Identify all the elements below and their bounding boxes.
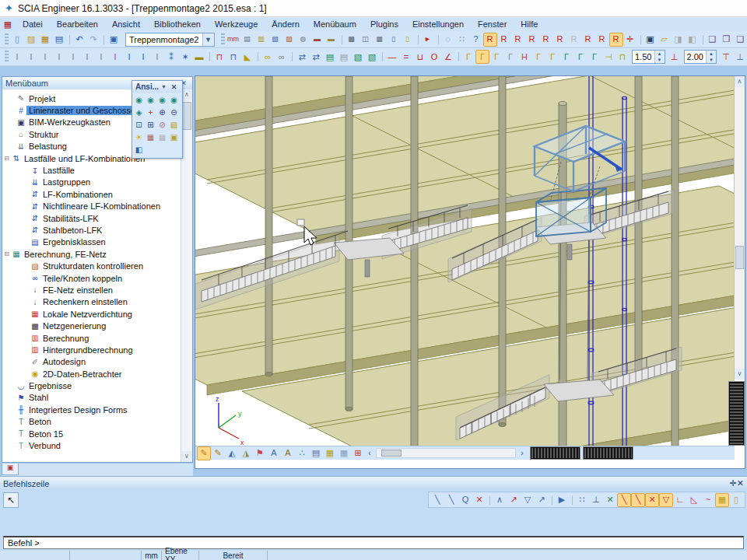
project-combo[interactable]: Treppenmontage2 ▼	[125, 33, 215, 47]
view-params1-icon[interactable]: ▦	[323, 446, 337, 460]
snap-vector-icon[interactable]: ↗	[535, 493, 549, 507]
tree-item-2d-daten-betrachter[interactable]: ◉ 2D-Daten-Betrachter	[2, 368, 181, 380]
view-z-icon[interactable]: ◉	[156, 94, 168, 107]
tree-item-rechenkern[interactable]: ↓ Rechenkern einstellen	[2, 296, 181, 308]
select-add-icon[interactable]: R	[595, 33, 609, 47]
view-palette[interactable]: Ansi... ▼ ✕ ◉ ◉ ◉ ◉ ◈ + ⊕ ⊖ ⊡	[132, 80, 183, 159]
minimized-panel-vertical[interactable]	[729, 382, 744, 445]
open-project-icon[interactable]: ▨	[24, 33, 38, 47]
tree-item-stahl[interactable]: ⚑ Stahl	[2, 392, 181, 404]
tree-item-beton[interactable]: T Beton	[2, 416, 181, 428]
spin-down-icon[interactable]: ▼	[707, 57, 716, 63]
select-column-icon[interactable]: R	[609, 33, 623, 47]
pin-icon[interactable]: ✛	[730, 478, 737, 488]
render-hidden-icon[interactable]: ✎	[211, 446, 225, 460]
model-viewport[interactable]: z y x ∧ ∨ ✎ ✎ ◭ ◮	[195, 75, 745, 469]
document-add-icon[interactable]: ▯	[387, 33, 401, 47]
support-corner5-icon[interactable]: Γ	[531, 50, 545, 64]
scroll-right-icon[interactable]: ›	[517, 449, 527, 457]
view-3d-icon[interactable]: ◧	[133, 144, 145, 156]
view-y-icon[interactable]: ◉	[145, 94, 156, 107]
spin-down-icon[interactable]: ▼	[655, 57, 665, 63]
snap-node-icon[interactable]: ∧	[493, 493, 507, 507]
command-panel-header[interactable]: Befehlszeile ✛ ✕	[0, 477, 747, 490]
select-beams-icon[interactable]: R	[497, 33, 511, 47]
toolbar-grip[interactable]	[5, 33, 9, 46]
zoom-window-icon[interactable]: ⊡	[133, 119, 145, 131]
light-icon[interactable]: ☀	[133, 131, 145, 144]
snap-tangent-icon[interactable]: ◺	[687, 493, 701, 507]
pad-icon[interactable]: ▬	[192, 50, 206, 64]
menu-datei[interactable]: Datei	[16, 19, 50, 30]
pane-right-icon[interactable]: ◧	[686, 33, 700, 47]
truss-icon[interactable]: I	[52, 50, 66, 64]
menu-ansicht[interactable]: Ansicht	[105, 19, 147, 30]
snap-perp-icon[interactable]: ∟	[673, 493, 687, 507]
view-2d-icon[interactable]: ▣	[168, 131, 180, 144]
internal-node-icon[interactable]: I	[136, 50, 150, 64]
scroll-thumb[interactable]	[381, 450, 402, 457]
save-all-icon[interactable]: ▦	[38, 33, 52, 47]
cross-section-icon[interactable]: ⊓	[212, 50, 226, 64]
view-axo-icon[interactable]: ◉	[168, 94, 180, 107]
group-folder1-icon[interactable]: ❑	[706, 33, 720, 47]
snap-end-active-icon[interactable]: ╲	[617, 493, 631, 507]
named-selection-icon[interactable]: ▧	[268, 33, 282, 47]
grid-snap-icon[interactable]: ∷	[575, 493, 589, 507]
tree-tab-icon[interactable]: ▣	[2, 464, 19, 475]
select-dimensions-icon[interactable]: R	[553, 33, 567, 47]
hinge-symbol-icon[interactable]: ⊤	[719, 50, 733, 64]
snap-delete-icon[interactable]: ✕	[472, 493, 486, 507]
levels-icon[interactable]: ⚑	[253, 446, 267, 460]
catalog-gray-icon[interactable]: ▤	[337, 50, 351, 64]
tree-item-stabilitaets-lfk[interactable]: ⇵ Stabilitäts-LFK	[2, 212, 181, 224]
menu-aendern[interactable]: Ändern	[265, 19, 306, 30]
beam-icon[interactable]: I	[10, 50, 24, 64]
toolbar-grip[interactable]	[221, 33, 225, 46]
volumes-icon[interactable]: ◭	[225, 446, 239, 460]
render-box-icon[interactable]: ▧	[168, 119, 180, 131]
link2-icon[interactable]: ∞	[275, 50, 289, 64]
mouse-settings-icon[interactable]: ▱	[658, 33, 672, 47]
scroll-up-icon[interactable]: ∧	[735, 76, 745, 87]
chevron-down-icon[interactable]: ▼	[202, 33, 214, 46]
support-angle-icon[interactable]: ⊥	[668, 50, 682, 64]
group-folder2-icon[interactable]: ❒	[720, 33, 734, 47]
units-icon[interactable]: mm	[226, 33, 240, 47]
column-icon[interactable]: I	[24, 50, 38, 64]
snap-endpoint-icon[interactable]: ↗	[507, 493, 521, 507]
clip-off-icon[interactable]: ▦	[156, 131, 168, 144]
snap-line2-icon[interactable]: ╲	[444, 493, 458, 507]
select-supports-icon[interactable]: R	[539, 33, 553, 47]
viewport-horizontal-scrollbar[interactable]	[376, 448, 516, 458]
command-input[interactable]: Befehl >	[3, 536, 744, 549]
calculator-icon[interactable]: ▦	[373, 33, 387, 47]
redo-icon[interactable]: ↷	[86, 33, 100, 47]
save-icon[interactable]: ▤	[52, 33, 66, 47]
dimensions-icon[interactable]: A	[281, 446, 295, 460]
snap-x-active-icon[interactable]: ✕	[645, 493, 659, 507]
snap-table-icon[interactable]: ▯	[729, 493, 743, 507]
select-previous-icon[interactable]: R	[567, 33, 581, 47]
tree-item-stahlbeton-lfk[interactable]: ⇵ Stahlbeton-LFK	[2, 224, 181, 236]
free-node-icon[interactable]: ✶	[178, 50, 192, 64]
menu-menuebaum[interactable]: Menübaum	[307, 19, 363, 30]
ucs-axes-icon[interactable]: +	[145, 107, 156, 119]
twisty-icon[interactable]: ⊟	[2, 250, 11, 257]
purlin-icon[interactable]: I	[66, 50, 80, 64]
tree-item-teile-knoten[interactable]: ∞ Teile/Knoten koppeln	[2, 272, 181, 284]
tree-item-ergebnisse[interactable]: ◡ Ergebnisse	[2, 380, 181, 391]
snap-triangle-icon[interactable]: ▽	[521, 493, 535, 507]
plus-node-icon[interactable]: ⁑	[164, 50, 178, 64]
minimized-window-1[interactable]	[531, 447, 580, 459]
screen-capture-icon[interactable]: ▣	[644, 33, 658, 47]
close-viewport-icon[interactable]: ▣	[107, 33, 121, 47]
midpoint-icon[interactable]: ✕	[603, 493, 617, 507]
tree-item-lf-kombinationen[interactable]: ⇵ LF-Kombinationen	[2, 188, 181, 200]
link1-icon[interactable]: ∞	[261, 50, 275, 64]
view-perspective-icon[interactable]: ◈	[133, 107, 145, 119]
scroll-left-icon[interactable]: ‹	[365, 449, 374, 457]
find-document-icon[interactable]: ◌	[441, 33, 455, 47]
support-end-icon[interactable]: ⊣	[601, 50, 615, 64]
tree-item-integriertes-design-forms[interactable]: ╫ Integriertes Design Forms	[2, 404, 181, 415]
